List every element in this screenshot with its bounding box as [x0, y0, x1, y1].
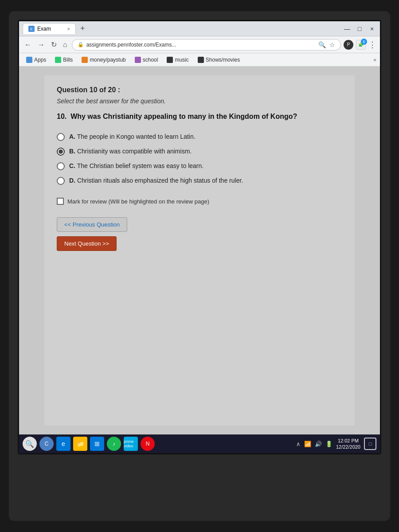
browser-navbar: ← → ↻ ⌂ 🔒 assignments.pennfoster.com/Exa…	[19, 36, 380, 53]
profile-icon[interactable]: P	[344, 40, 353, 50]
bookmark-bills-favicon	[55, 57, 61, 63]
tab-area: E Exam × +	[23, 23, 88, 34]
bookmark-shows[interactable]: Shows/movies	[194, 56, 243, 64]
reload-button[interactable]: ↻	[49, 39, 59, 50]
question-number: 10.	[57, 113, 66, 120]
mark-review-checkbox[interactable]	[57, 198, 64, 205]
address-actions: 🔍 ☆	[318, 41, 335, 48]
bookmark-apps-favicon	[26, 57, 32, 63]
navigation-buttons: << Previous Question Next Question >>	[57, 217, 342, 251]
home-button[interactable]: ⌂	[61, 40, 69, 50]
laptop-frame: E Exam × + — □ × ← → ↻ ⌂ 🔒 assignments.p…	[9, 11, 390, 521]
mark-review-label: Mark for review (Will be highlighted on …	[67, 198, 209, 205]
taskbar-notification-icon[interactable]: □	[364, 438, 376, 450]
taskbar-netflix-icon[interactable]: N	[141, 437, 155, 451]
previous-question-button[interactable]: << Previous Question	[57, 217, 127, 232]
option-d[interactable]: D. Christian rituals also emphasized the…	[57, 176, 342, 185]
tab-title: Exam	[37, 26, 51, 32]
taskbar-system-tray: ∧ 📶 🔊 🔋 12:02 PM 12/22/2020 □	[296, 438, 376, 450]
tab-close-button[interactable]: ×	[67, 26, 70, 31]
bookmark-school-favicon	[135, 57, 141, 63]
address-bar[interactable]: 🔒 assignments.pennfoster.com/Exams... 🔍 …	[72, 39, 341, 51]
taskbar-cortana-icon[interactable]: C	[39, 437, 54, 451]
bookmark-apps[interactable]: Apps	[23, 56, 50, 64]
bookmark-music[interactable]: music	[163, 56, 192, 64]
option-a-text: A. The people in Kongo wanted to learn L…	[69, 132, 196, 141]
taskbar: 🔍 C e 📁 ⊞ ♪ prime video N ∧ 📶 🔊 🔋 12:02 …	[19, 434, 380, 453]
taskbar-edge-icon[interactable]: e	[56, 437, 70, 451]
bookmarks-more-chevron[interactable]: »	[373, 57, 376, 63]
question-header: Question 10 of 20 :	[57, 86, 342, 94]
radio-b-fill	[59, 149, 63, 154]
active-tab[interactable]: E Exam ×	[23, 23, 76, 34]
taskbar-volume-icon[interactable]: 🔊	[315, 441, 322, 447]
taskbar-prime-icon[interactable]: prime video	[124, 437, 138, 451]
mark-review[interactable]: Mark for review (Will be highlighted on …	[57, 198, 342, 205]
instruction-text: Select the best answer for the question.	[57, 98, 342, 105]
next-question-button[interactable]: Next Question >>	[57, 236, 117, 251]
lock-icon: 🔒	[78, 42, 84, 47]
bookmark-music-label: music	[175, 57, 188, 63]
new-tab-button[interactable]: +	[78, 24, 88, 33]
clock-time: 12:02 PM	[336, 438, 360, 444]
extension-badge[interactable]: 🧩 6	[356, 40, 366, 50]
taskbar-battery-icon[interactable]: 🔋	[325, 441, 332, 447]
browser-menu-button[interactable]: ⋮	[368, 40, 376, 50]
option-b-text: B. Christianity was compatible with anim…	[69, 147, 192, 156]
bookmark-shows-favicon	[198, 57, 204, 63]
radio-c[interactable]	[57, 162, 65, 170]
bookmark-school[interactable]: school	[131, 56, 162, 64]
bookmark-bills-label: Bills	[63, 57, 73, 63]
screen: E Exam × + — □ × ← → ↻ ⌂ 🔒 assignments.p…	[18, 20, 381, 454]
bookmark-apps-label: Apps	[34, 57, 46, 63]
taskbar-wifi-icon[interactable]: 📶	[304, 441, 311, 447]
bookmark-school-label: school	[143, 57, 158, 63]
bookmark-music-favicon	[167, 57, 173, 63]
bookmark-money-label: money/paystub	[90, 57, 125, 63]
option-c-text: C. The Christian belief system was easy …	[69, 161, 203, 171]
radio-d[interactable]	[57, 177, 65, 185]
close-button[interactable]: ×	[368, 25, 376, 32]
minimize-button[interactable]: —	[343, 25, 352, 32]
question-body: Why was Christianity appealing to many i…	[70, 113, 297, 120]
taskbar-up-arrow[interactable]: ∧	[296, 441, 301, 447]
search-icon[interactable]: 🔍	[318, 41, 326, 48]
taskbar-spotify-icon[interactable]: ♪	[107, 437, 121, 451]
option-d-text: D. Christian rituals also emphasized the…	[69, 176, 243, 185]
bookmark-money-favicon	[82, 57, 88, 63]
window-controls: — □ ×	[343, 25, 376, 32]
option-b[interactable]: B. Christianity was compatible with anim…	[57, 147, 342, 156]
address-text: assignments.pennfoster.com/Exams...	[86, 42, 176, 48]
exam-container: Question 10 of 20 : Select the best answ…	[44, 75, 355, 426]
question-text: 10. Why was Christianity appealing to ma…	[57, 112, 342, 121]
forward-button[interactable]: →	[36, 40, 47, 50]
page-content: Question 10 of 20 : Select the best answ…	[19, 66, 380, 434]
maximize-button[interactable]: □	[355, 25, 364, 32]
taskbar-windows-icon[interactable]: ⊞	[90, 437, 104, 451]
badge-number: 6	[361, 39, 367, 45]
option-c[interactable]: C. The Christian belief system was easy …	[57, 161, 342, 171]
option-a[interactable]: A. The people in Kongo wanted to learn L…	[57, 132, 342, 141]
tab-favicon: E	[28, 26, 35, 32]
radio-b[interactable]	[57, 148, 65, 156]
bookmark-money[interactable]: money/paystub	[78, 56, 129, 64]
back-button[interactable]: ←	[23, 40, 33, 50]
star-icon[interactable]: ☆	[329, 41, 335, 48]
clock-area[interactable]: 12:02 PM 12/22/2020	[336, 438, 360, 450]
taskbar-files-icon[interactable]: 📁	[73, 437, 87, 451]
browser-titlebar: E Exam × + — □ ×	[19, 21, 380, 36]
bookmark-bills[interactable]: Bills	[51, 56, 76, 64]
bookmark-shows-label: Shows/movies	[206, 57, 240, 63]
answer-options: A. The people in Kongo wanted to learn L…	[57, 132, 342, 185]
taskbar-search-icon[interactable]: 🔍	[23, 437, 37, 451]
clock-date: 12/22/2020	[336, 444, 360, 450]
radio-a[interactable]	[57, 133, 65, 141]
bookmarks-bar: Apps Bills money/paystub school music Sh…	[19, 53, 380, 66]
